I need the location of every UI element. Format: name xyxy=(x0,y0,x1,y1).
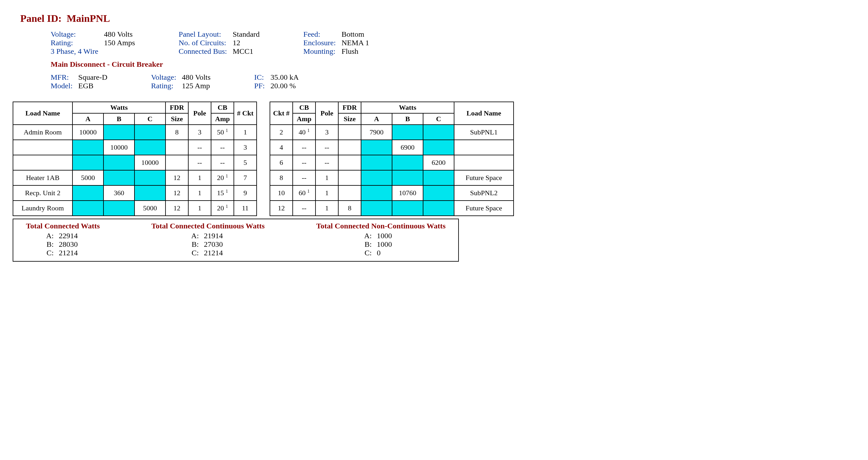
feed-value: Bottom xyxy=(341,30,375,39)
load-name-cell: Heater 1AB xyxy=(13,170,72,185)
tc-A-l: A: xyxy=(45,232,54,240)
hdr-cb-r: CB xyxy=(293,102,315,113)
hdr-ckt2: Ckt # xyxy=(270,102,293,125)
pole-cell: 1 xyxy=(315,201,338,216)
watts-A-cell xyxy=(361,140,392,155)
tc-C-l: C: xyxy=(45,249,54,257)
hdr-fdr-size-r: Size xyxy=(338,113,361,125)
ckt-cell: 9 xyxy=(234,185,257,201)
hdr-A: A xyxy=(72,113,103,125)
table-row: Recp. Unit 236012115 19 xyxy=(13,185,257,201)
table-row: Admin Room100008350 11 xyxy=(13,125,257,140)
watts-C-cell: 10000 xyxy=(134,155,165,170)
fdr-cell xyxy=(165,155,188,170)
tc-B-l: B: xyxy=(45,240,54,249)
hdr-C-r: C xyxy=(423,113,454,125)
ckt-cell: 4 xyxy=(270,140,293,155)
cb-amp-cell: -- xyxy=(293,170,315,185)
watts-B-cell xyxy=(392,201,423,216)
cb-amp-cell: -- xyxy=(293,201,315,216)
table-row: 240 137900SubPNL1 xyxy=(270,125,514,140)
fdr-cell: 8 xyxy=(165,125,188,140)
watts-C-cell xyxy=(423,125,454,140)
fdr-cell: 12 xyxy=(165,170,188,185)
totals-connected-title: Total Connected Watts xyxy=(26,222,100,230)
hdr-fdr-size: Size xyxy=(165,113,188,125)
circuits-label: No. of Circuits: xyxy=(179,39,233,47)
cb-amp-cell: -- xyxy=(211,140,234,155)
load-name-cell: Future Space xyxy=(454,201,514,216)
panel-info-col2: Panel Layout:Standard No. of Circuits:12… xyxy=(179,30,266,56)
ckt-cell: 8 xyxy=(270,170,293,185)
watts-A-cell: 5000 xyxy=(72,170,103,185)
main-disconnect-title: Main Disconnect - Circuit Breaker xyxy=(51,60,855,69)
tc-B: 28030 xyxy=(59,240,81,249)
hdr-watts: Watts xyxy=(72,102,165,113)
fdr-cell xyxy=(165,140,188,155)
enclosure-value: NEMA 1 xyxy=(341,39,375,47)
pole-cell: -- xyxy=(315,140,338,155)
cb-amp-cell: 15 1 xyxy=(211,185,234,201)
hdr-cb: CB xyxy=(211,102,234,113)
tcc-A-l: A: xyxy=(190,232,199,240)
watts-C-cell xyxy=(423,201,454,216)
tnc-B: 1000 xyxy=(377,240,399,249)
pole-cell: -- xyxy=(188,155,211,170)
fdr-cell xyxy=(338,140,361,155)
cb-amp-cell: -- xyxy=(211,155,234,170)
watts-C-cell xyxy=(134,140,165,155)
load-name-cell xyxy=(454,140,514,155)
hdr-load-name: Load Name xyxy=(13,102,72,125)
watts-C-cell xyxy=(423,140,454,155)
mfr-label: MFR: xyxy=(51,73,78,82)
watts-C-cell xyxy=(423,170,454,185)
md-rating-value: 125 Amp xyxy=(182,82,216,90)
panel-info-col1: Voltage:480 Volts Rating:150 Amps 3 Phas… xyxy=(51,30,141,56)
pf-value: 20.00 % xyxy=(271,82,304,90)
table-row: Heater 1AB500012120 17 xyxy=(13,170,257,185)
watts-A-cell xyxy=(72,140,103,155)
watts-B-cell xyxy=(392,155,423,170)
hdr-B: B xyxy=(103,113,134,125)
ckt-cell: 7 xyxy=(234,170,257,185)
watts-B-cell: 10760 xyxy=(392,185,423,201)
cb-amp-cell: 20 1 xyxy=(211,170,234,185)
load-name-cell: Admin Room xyxy=(13,125,72,140)
load-name-cell: Recp. Unit 2 xyxy=(13,185,72,201)
fdr-cell xyxy=(338,185,361,201)
table-row: 10000----5 xyxy=(13,155,257,170)
panel-id-value: MainPNL xyxy=(67,13,110,24)
pole-cell: 3 xyxy=(315,125,338,140)
watts-B-cell xyxy=(103,125,134,140)
tnc-A-l: A: xyxy=(363,232,372,240)
totals-noncontinuous: Total Connected Non-Continuous Watts A:1… xyxy=(316,222,445,257)
md-rating-label: Rating: xyxy=(151,82,182,90)
md-col3: IC:35.00 kA PF:20.00 % xyxy=(254,73,304,90)
fdr-cell xyxy=(338,170,361,185)
schedule-right-table: Ckt # CB Pole FDR Watts Load Name Amp Si… xyxy=(270,101,514,216)
tc-C: 21214 xyxy=(59,249,81,257)
hdr-ckt: # Ckt xyxy=(234,102,257,125)
watts-B-cell xyxy=(103,155,134,170)
watts-A-cell xyxy=(361,185,392,201)
watts-B-cell: 6900 xyxy=(392,140,423,155)
tnc-A: 1000 xyxy=(377,232,399,240)
fdr-cell: 12 xyxy=(165,185,188,201)
table-row: 10000----3 xyxy=(13,140,257,155)
table-row: 6----6200 xyxy=(270,155,514,170)
table-row: 4----6900 xyxy=(270,140,514,155)
pole-cell: -- xyxy=(315,155,338,170)
watts-C-cell xyxy=(134,170,165,185)
voltage-value: 480 Volts xyxy=(104,30,141,39)
md-voltage-value: 480 Volts xyxy=(182,73,216,82)
totals-continuous-title: Total Connected Continuous Watts xyxy=(151,222,265,230)
cb-amp-cell: 60 1 xyxy=(293,185,315,201)
fdr-cell xyxy=(338,125,361,140)
fdr-cell xyxy=(338,155,361,170)
table-row: Laundry Room500012120 111 xyxy=(13,201,257,216)
tnc-B-l: B: xyxy=(363,240,372,249)
cb-amp-cell: -- xyxy=(293,155,315,170)
table-row: 8--1Future Space xyxy=(270,170,514,185)
pole-cell: 1 xyxy=(188,170,211,185)
tc-A: 22914 xyxy=(59,232,81,240)
